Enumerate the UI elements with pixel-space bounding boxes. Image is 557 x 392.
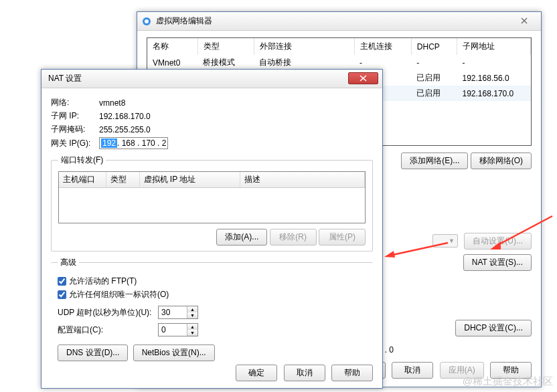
gateway-rest[interactable]: . 168 . 170 . 2 xyxy=(117,138,166,148)
table-row[interactable]: VMnet0 桥接模式 自动桥接 - - - xyxy=(147,55,531,70)
allow-oui-checkbox[interactable] xyxy=(58,290,66,299)
col-dhcp[interactable]: DHCP xyxy=(411,38,457,55)
col-name[interactable]: 名称 xyxy=(147,38,197,55)
svg-line-4 xyxy=(495,216,552,246)
gateway-label: 网关 IP(G): xyxy=(51,138,99,149)
front-window-title: NAT 设置 xyxy=(46,73,378,84)
front-cancel-button[interactable]: 取消 xyxy=(284,365,325,381)
fwd-col-hostport[interactable]: 主机端口 xyxy=(59,172,106,188)
spin-down-icon[interactable]: ▼ xyxy=(187,312,197,318)
svg-marker-3 xyxy=(384,251,395,258)
fwd-col-vmip[interactable]: 虚拟机 IP 地址 xyxy=(139,172,240,188)
front-ok-button[interactable]: 确定 xyxy=(236,365,277,381)
arrow-annotation-icon xyxy=(489,213,556,253)
fwd-add-button[interactable]: 添加(A)... xyxy=(216,229,267,246)
svg-line-2 xyxy=(390,243,448,256)
watermark-text: @稀土掘金技术社区 xyxy=(463,375,553,388)
arrow-annotation-icon xyxy=(384,241,451,261)
col-ext[interactable]: 外部连接 xyxy=(254,38,354,55)
remove-network-button[interactable]: 移除网络(O) xyxy=(471,153,532,169)
subnet-mask-value: 255.255.255.0 xyxy=(99,125,151,134)
fwd-properties-button: 属性(P) xyxy=(319,229,366,246)
front-content: 网络:vmnet8 子网 IP:192.168.170.0 子网掩码:255.2… xyxy=(42,88,382,388)
allow-ftp-label: 允许活动的 FTP(T) xyxy=(69,276,137,287)
app-icon xyxy=(141,16,152,27)
port-forward-group: 端口转发(F) 主机端口 类型 虚拟机 IP 地址 描述 添加(A)... 移除… xyxy=(51,155,373,252)
back-titlebar[interactable]: 虚拟网络编辑器 xyxy=(137,12,541,31)
udp-timeout-input[interactable] xyxy=(159,306,187,318)
front-help-button[interactable]: 帮助 xyxy=(331,365,373,381)
back-cancel-button[interactable]: 取消 xyxy=(392,362,433,379)
gateway-octet-selected[interactable]: 192 xyxy=(101,138,117,148)
fwd-col-desc[interactable]: 描述 xyxy=(240,172,365,188)
subnet-ip-value: 192.168.170.0 xyxy=(99,112,151,121)
dhcp-settings-button[interactable]: DHCP 设置(C)... xyxy=(455,320,532,336)
col-subnet[interactable]: 子网地址 xyxy=(457,38,531,55)
config-port-label: 配置端口(C): xyxy=(58,324,158,336)
col-host[interactable]: 主机连接 xyxy=(354,38,411,55)
subnet-ip-label: 子网 IP: xyxy=(51,110,99,122)
nat-settings-dialog: NAT 设置 网络:vmnet8 子网 IP:192.168.170.0 子网掩… xyxy=(41,69,383,389)
network-value: vmnet8 xyxy=(99,98,125,108)
advanced-group: 高级 允许活动的 FTP(T) 允许任何组织唯一标识符(O) UDP 超时(以秒… xyxy=(51,257,373,361)
allow-oui-label: 允许任何组织唯一标识符(O) xyxy=(69,289,169,300)
spin-down-icon[interactable]: ▼ xyxy=(187,330,197,336)
back-window-title: 虚拟网络编辑器 xyxy=(156,15,537,27)
port-forward-table[interactable]: 主机端口 类型 虚拟机 IP 地址 描述 xyxy=(58,171,366,223)
subnet-mask-label: 子网掩码: xyxy=(51,124,99,135)
config-port-input[interactable] xyxy=(159,324,187,336)
add-network-button[interactable]: 添加网络(E)... xyxy=(401,153,468,169)
port-forward-legend: 端口转发(F) xyxy=(58,155,106,166)
network-label: 网络: xyxy=(51,97,99,108)
fwd-col-type[interactable]: 类型 xyxy=(106,172,139,188)
svg-point-1 xyxy=(145,19,149,23)
allow-ftp-checkbox[interactable] xyxy=(58,277,66,286)
col-type[interactable]: 类型 xyxy=(197,38,254,55)
gateway-ip-input[interactable]: 192 . 168 . 170 . 2 xyxy=(99,137,168,149)
fwd-remove-button: 移除(R) xyxy=(270,229,317,246)
nat-settings-button[interactable]: NAT 设置(S)... xyxy=(463,254,532,271)
netbios-settings-button[interactable]: NetBios 设置(N)... xyxy=(133,345,215,361)
front-titlebar[interactable]: NAT 设置 xyxy=(42,70,382,88)
config-port-spinner[interactable]: ▲▼ xyxy=(158,323,198,336)
advanced-legend: 高级 xyxy=(58,257,79,268)
dns-settings-button[interactable]: DNS 设置(D)... xyxy=(58,345,128,361)
close-icon[interactable] xyxy=(513,16,536,25)
svg-marker-5 xyxy=(490,241,501,250)
spin-up-icon[interactable]: ▲ xyxy=(187,324,197,330)
udp-timeout-label: UDP 超时(以秒为单位)(U): xyxy=(58,307,158,318)
udp-timeout-spinner[interactable]: ▲▼ xyxy=(158,306,198,319)
spin-up-icon[interactable]: ▲ xyxy=(187,306,197,312)
close-button[interactable] xyxy=(348,72,378,84)
